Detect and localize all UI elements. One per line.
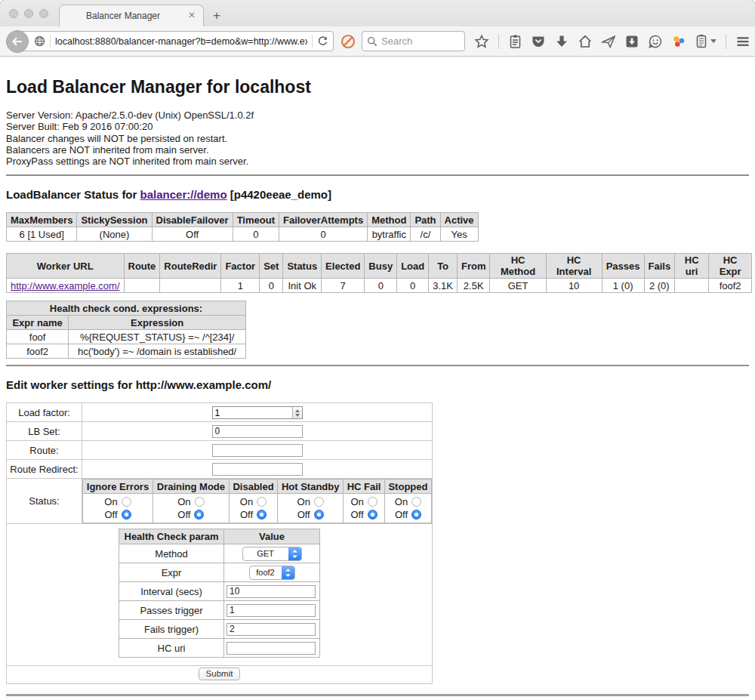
chat-smiley-icon[interactable]	[648, 34, 663, 49]
download-icon[interactable]	[554, 34, 569, 49]
load-factor-input[interactable]	[213, 407, 292, 418]
bottom-divider	[6, 694, 749, 696]
radio-off-hc-fail[interactable]	[368, 510, 378, 520]
method-select[interactable]: GET	[242, 547, 302, 561]
radio-label: On	[104, 496, 117, 507]
send-icon[interactable]	[601, 34, 616, 49]
lb-set-input[interactable]	[212, 425, 303, 438]
back-icon	[12, 37, 23, 46]
table-cell: 0	[397, 279, 429, 293]
table-cell: 0	[365, 279, 397, 293]
clipboard-icon[interactable]	[508, 34, 522, 49]
new-tab-button[interactable]: +	[213, 8, 220, 23]
radio-off-hot-standby[interactable]	[314, 510, 324, 520]
balancer-link[interactable]: balancer://demo	[140, 188, 227, 201]
back-button[interactable]	[6, 30, 29, 53]
hc-param-row: Fails trigger)	[119, 620, 320, 639]
column-header: Timeout	[233, 213, 279, 227]
interval-secs-input[interactable]	[226, 585, 316, 598]
table-row: foof2hc('body') =~ /domain is establishe…	[7, 344, 246, 359]
server-info-line: Server Built: Feb 9 2016 07:00:20	[6, 121, 749, 132]
radio-off-stopped[interactable]	[411, 510, 421, 520]
radio-on-hc-fail[interactable]	[368, 497, 378, 507]
form-row-load-factor: Load factor:	[7, 403, 433, 422]
home-icon[interactable]	[578, 34, 593, 49]
hc-param-label: Interval (secs)	[119, 582, 224, 601]
radio-label: On	[395, 496, 408, 507]
expression-cell: %{REQUEST_STATUS} =~ /^[234]/	[69, 330, 246, 344]
passes-trigger-input[interactable]	[226, 604, 316, 617]
table-cell: 7	[322, 279, 365, 293]
radio-on-stopped[interactable]	[411, 497, 421, 507]
radio-on-draining-mode[interactable]	[195, 497, 205, 507]
column-header: Status	[283, 254, 322, 279]
form-row-lb-set: LB Set:	[7, 422, 433, 441]
pocket-icon[interactable]	[531, 34, 546, 49]
radio-off-disabled[interactable]	[257, 510, 267, 520]
url-bar[interactable]: localhost:8880/balancer-manager?b=demo&w…	[17, 31, 334, 51]
close-window-button[interactable]	[9, 9, 18, 18]
browser-window: Balancer Manager ✕ + localhost:8880/bala…	[0, 0, 755, 700]
column-header: From	[457, 254, 490, 279]
column-header: Value	[224, 529, 320, 544]
server-info-line: Balancers are NOT inherited from main se…	[6, 144, 749, 156]
table-cell: Off	[152, 227, 233, 242]
globe-icon	[34, 35, 45, 47]
divider	[6, 174, 749, 176]
search-input[interactable]	[381, 35, 457, 47]
column-header: MaxMembers	[7, 213, 77, 227]
hc-uri-input[interactable]	[226, 642, 316, 655]
column-header: Fails	[644, 254, 675, 279]
route-redirect-input[interactable]	[212, 463, 303, 476]
status-radio-cell: OnOff	[83, 494, 153, 523]
radio-off-draining-mode[interactable]	[194, 510, 204, 520]
select-value: GET	[243, 547, 288, 560]
bookmark-star-icon[interactable]	[474, 34, 489, 49]
download-box-icon[interactable]	[624, 34, 639, 49]
colored-dots-icon[interactable]	[671, 34, 686, 49]
submit-button[interactable]: Submit	[199, 668, 241, 680]
column-header: Health Check param	[119, 529, 224, 544]
column-header: HC Method	[490, 254, 546, 279]
status-label: Status:	[7, 479, 82, 524]
hc-param-row: HC uri	[119, 639, 320, 658]
tab-close-icon[interactable]: ✕	[188, 11, 196, 20]
toolbar-divider	[498, 34, 499, 49]
radio-off-ignore-errors[interactable]	[122, 510, 131, 520]
menu-icon[interactable]	[735, 34, 750, 49]
status-column-header: Draining Mode	[153, 480, 229, 494]
load-factor-field[interactable]	[212, 406, 303, 419]
route-input[interactable]	[212, 444, 303, 457]
container-icon[interactable]	[695, 34, 716, 49]
expr-name-cell: foof	[7, 330, 69, 344]
column-header: Elected	[322, 254, 365, 279]
status-column-header: HC Fail	[344, 480, 385, 494]
radio-on-hot-standby[interactable]	[314, 497, 324, 507]
minimize-window-button[interactable]	[24, 9, 33, 18]
form-row-status: Status: Ignore ErrorsDraining ModeDisabl…	[7, 479, 433, 524]
status-column-header: Hot Standby	[278, 480, 344, 494]
block-shield-icon[interactable]	[341, 34, 356, 49]
column-header: RouteRedir	[160, 254, 221, 279]
url-text[interactable]: localhost:8880/balancer-manager?b=demo&w…	[55, 36, 307, 47]
expr-select[interactable]: foof2	[249, 566, 295, 580]
hc-param-row: Exprfoof2	[119, 563, 320, 582]
fails-trigger-input[interactable]	[226, 623, 316, 636]
table-cell: (None)	[77, 227, 152, 242]
radio-on-ignore-errors[interactable]	[122, 497, 131, 507]
number-stepper-icon[interactable]	[292, 407, 302, 418]
column-header: Factor	[221, 254, 260, 279]
balancer-heading-suffix: [p4420eeae_demo]	[227, 188, 331, 201]
hc-param-label: Passes trigger	[119, 601, 224, 620]
reload-icon[interactable]	[317, 35, 328, 47]
status-table: Ignore ErrorsDraining ModeDisabledHot St…	[82, 479, 432, 523]
zoom-window-button[interactable]	[39, 9, 48, 18]
worker-url-link[interactable]: http://www.example.com/	[11, 280, 120, 291]
select-stepper-icon	[288, 547, 301, 560]
hc-param-row: Passes trigger	[119, 601, 320, 620]
form-row-route: Route:	[7, 441, 433, 460]
tab-balancer-manager[interactable]: Balancer Manager ✕	[59, 5, 204, 26]
radio-on-disabled[interactable]	[257, 497, 267, 507]
form-row-health-check: Health Check paramValueMethodGETExprfoof…	[7, 524, 433, 666]
search-bar[interactable]	[362, 31, 465, 51]
